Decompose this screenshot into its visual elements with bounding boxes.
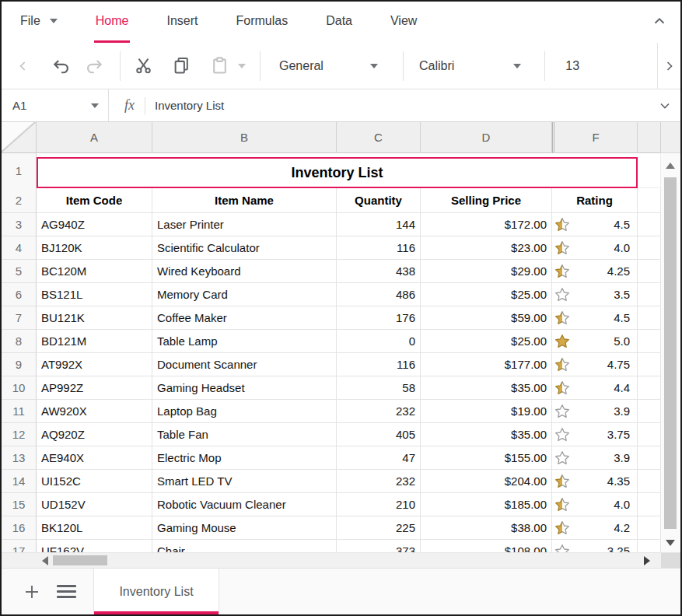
ribbon-scroll-right-button[interactable] [657, 43, 680, 89]
rating-cell[interactable]: 4.4 [552, 376, 638, 400]
quantity-cell[interactable]: 210 [337, 493, 421, 516]
selling-price-cell[interactable]: $23.00 [421, 236, 552, 260]
empty-cell[interactable] [638, 153, 661, 188]
scroll-right-arrow-icon[interactable] [644, 556, 650, 565]
column-header-partial[interactable] [638, 122, 661, 153]
row-header-10[interactable]: 10 [2, 376, 37, 400]
row-header-7[interactable]: 7 [2, 306, 37, 330]
quantity-cell[interactable]: 116 [337, 236, 421, 260]
selected-merged-title-cell[interactable]: Inventory List [37, 157, 638, 188]
selling-price-cell[interactable]: $19.00 [421, 400, 552, 423]
vertical-scrollbar[interactable] [661, 122, 680, 552]
row-header-2[interactable]: 2 [2, 188, 37, 213]
selling-price-cell[interactable]: $29.00 [421, 260, 552, 283]
selling-price-cell[interactable]: $177.00 [421, 353, 552, 376]
sheet-tab-inventory-list[interactable]: Inventory List [93, 569, 219, 614]
row-header-1[interactable]: 1 [2, 153, 37, 188]
row-header-3[interactable]: 3 [2, 213, 37, 236]
rating-cell[interactable]: 4.35 [552, 470, 638, 493]
item-code-cell[interactable]: UF162V [37, 540, 152, 552]
row-header-4[interactable]: 4 [2, 236, 37, 260]
item-name-cell[interactable]: Table Fan [152, 423, 337, 446]
ribbon-scroll-left-button[interactable] [16, 58, 31, 74]
empty-cell[interactable] [638, 400, 661, 423]
selling-price-cell[interactable]: $35.00 [421, 423, 552, 446]
font-size-value[interactable]: 13 [565, 59, 579, 73]
header-cell[interactable]: Item Code [37, 188, 152, 213]
quantity-cell[interactable]: 405 [337, 423, 421, 446]
item-code-cell[interactable]: AT992X [37, 353, 152, 376]
select-all-corner[interactable] [2, 122, 37, 153]
selling-price-cell[interactable]: $185.00 [421, 493, 552, 516]
paste-dropdown-caret-icon[interactable] [238, 64, 246, 68]
scroll-down-arrow-icon[interactable] [666, 540, 675, 546]
item-name-cell[interactable]: Document Scanner [152, 353, 337, 376]
empty-cell[interactable] [638, 376, 661, 400]
item-code-cell[interactable]: AG940Z [37, 213, 152, 236]
horizontal-scroll-track[interactable] [2, 553, 661, 568]
item-name-cell[interactable]: Chair [152, 540, 337, 552]
item-code-cell[interactable]: AP992Z [37, 376, 152, 400]
item-name-cell[interactable]: Gaming Headset [152, 376, 337, 400]
empty-cell[interactable] [638, 470, 661, 493]
item-code-cell[interactable]: AQ920Z [37, 423, 152, 446]
row-header-9[interactable]: 9 [2, 353, 37, 376]
rating-cell[interactable]: 5.0 [552, 330, 638, 353]
row-header-14[interactable]: 14 [2, 470, 37, 493]
item-name-cell[interactable]: Coffee Maker [152, 306, 337, 330]
menu-item-view[interactable]: View [389, 2, 418, 43]
item-code-cell[interactable]: BC120M [37, 260, 152, 283]
paste-button[interactable] [209, 55, 230, 76]
item-code-cell[interactable]: UD152V [37, 493, 152, 516]
scroll-left-arrow-icon[interactable] [42, 556, 48, 565]
selling-price-cell[interactable]: $108.00 [421, 540, 552, 552]
menu-item-insert[interactable]: Insert [165, 2, 199, 43]
quantity-cell[interactable]: 0 [337, 330, 421, 353]
quantity-cell[interactable]: 438 [337, 260, 421, 283]
selling-price-cell[interactable]: $25.00 [421, 283, 552, 306]
empty-cell[interactable] [638, 283, 661, 306]
selling-price-cell[interactable]: $172.00 [421, 213, 552, 236]
row-header-13[interactable]: 13 [2, 446, 37, 470]
column-header-c[interactable]: C [337, 122, 421, 153]
selling-price-cell[interactable]: $204.00 [421, 470, 552, 493]
row-header-15[interactable]: 15 [2, 493, 37, 516]
rating-cell[interactable]: 4.2 [552, 516, 638, 540]
vertical-scroll-thumb[interactable] [664, 177, 677, 529]
rating-cell[interactable]: 4.5 [552, 306, 638, 330]
item-code-cell[interactable]: AW920X [37, 400, 152, 423]
item-name-cell[interactable]: Memory Card [152, 283, 337, 306]
empty-cell[interactable] [638, 306, 661, 330]
quantity-cell[interactable]: 373 [337, 540, 421, 552]
empty-cell[interactable] [638, 423, 661, 446]
item-code-cell[interactable]: BK120L [37, 516, 152, 540]
row-header-12[interactable]: 12 [2, 423, 37, 446]
empty-cell[interactable] [638, 353, 661, 376]
item-code-cell[interactable]: BJ120K [37, 236, 152, 260]
quantity-cell[interactable]: 144 [337, 213, 421, 236]
item-name-cell[interactable]: Laptop Bag [152, 400, 337, 423]
header-cell[interactable]: Selling Price [421, 188, 552, 213]
horizontal-scrollbar[interactable] [2, 552, 680, 568]
row-header-16[interactable]: 16 [2, 516, 37, 540]
item-name-cell[interactable]: Wired Keyboard [152, 260, 337, 283]
formula-input[interactable]: Inventory List [155, 99, 224, 112]
header-cell[interactable]: Rating [552, 188, 638, 213]
item-code-cell[interactable]: BD121M [37, 330, 152, 353]
column-header-b[interactable]: B [152, 122, 337, 153]
horizontal-scroll-thumb[interactable] [53, 555, 107, 565]
item-name-cell[interactable]: Electric Mop [152, 446, 337, 470]
selling-price-cell[interactable]: $35.00 [421, 376, 552, 400]
column-header-f[interactable]: F [552, 122, 638, 153]
item-name-cell[interactable]: Scientific Calculator [152, 236, 337, 260]
quantity-cell[interactable]: 232 [337, 470, 421, 493]
rating-cell[interactable]: 3.75 [552, 423, 638, 446]
scroll-up-arrow-icon[interactable] [666, 163, 675, 169]
menu-item-data[interactable]: Data [324, 2, 354, 43]
item-name-cell[interactable]: Laser Printer [152, 213, 337, 236]
empty-cell[interactable] [638, 236, 661, 260]
header-cell[interactable]: Quantity [337, 188, 421, 213]
empty-cell[interactable] [638, 516, 661, 540]
empty-cell[interactable] [638, 188, 661, 213]
selling-price-cell[interactable]: $59.00 [421, 306, 552, 330]
